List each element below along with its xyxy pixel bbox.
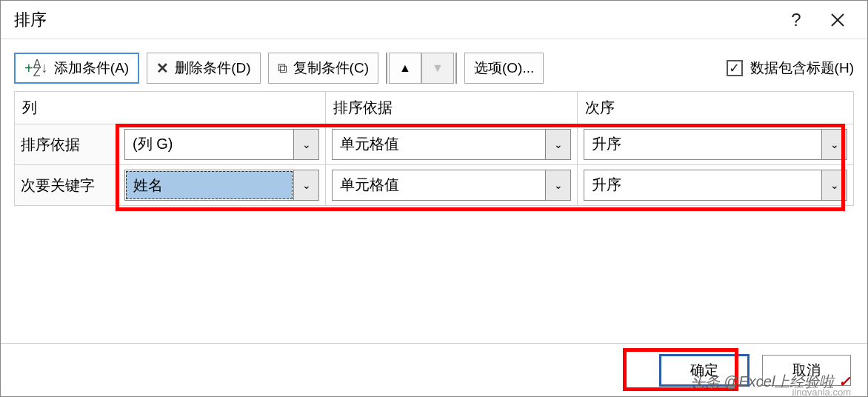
column-value: (列 G)	[125, 130, 293, 159]
footer: 确定 取消	[1, 343, 867, 396]
column-dropdown[interactable]: (列 G) ⌄	[124, 129, 319, 160]
headers-checkbox-wrap[interactable]: ✓ 数据包含标题(H)	[727, 59, 854, 78]
chevron-down-icon: ⌄	[821, 130, 847, 159]
sort-dialog: 排序 ? +AZ↓ 添加条件(A) ✕ 删除条件(D) ⧉ 复制条件(C) ▲ …	[0, 0, 868, 397]
close-button[interactable]	[817, 1, 858, 39]
help-button[interactable]: ?	[775, 1, 817, 39]
chevron-down-icon: ⌄	[821, 170, 847, 200]
move-down-button[interactable]: ▼	[421, 53, 454, 84]
sort-row: 排序依据 (列 G) ⌄ 单元格值 ⌄	[15, 124, 854, 165]
chevron-down-icon: ⌄	[293, 170, 318, 200]
chevron-down-icon: ⌄	[293, 130, 318, 159]
del-label: 删除条件(D)	[175, 59, 250, 78]
basis-value: 单元格值	[333, 170, 545, 200]
column-value: 姓名	[126, 171, 293, 199]
options-button[interactable]: 选项(O)...	[464, 53, 544, 84]
chevron-down-icon: ⌄	[545, 170, 570, 200]
headers-checkbox-label: 数据包含标题(H)	[750, 59, 854, 78]
chevron-down-icon: ⌄	[545, 130, 570, 159]
move-buttons-group: ▲ ▼	[386, 53, 457, 84]
check-icon: ✓	[729, 61, 740, 75]
down-triangle-icon: ▼	[432, 61, 444, 75]
row-label-secondary: 次要关键字	[15, 165, 118, 206]
ok-label: 确定	[690, 361, 718, 380]
cancel-button[interactable]: 取消	[762, 355, 851, 386]
titlebar: 排序 ?	[1, 1, 867, 39]
header-row: 列 排序依据 次序	[15, 92, 854, 124]
header-order: 次序	[578, 92, 854, 124]
basis-dropdown[interactable]: 单元格值 ⌄	[332, 129, 571, 160]
sort-grid: 列 排序依据 次序 排序依据 (列 G) ⌄ 单	[14, 91, 854, 206]
options-label: 选项(O)...	[474, 59, 534, 78]
add-label: 添加条件(A)	[54, 59, 129, 78]
order-dropdown[interactable]: 升序 ⌄	[584, 129, 847, 160]
basis-value: 单元格值	[333, 130, 545, 159]
header-basis: 排序依据	[326, 92, 578, 124]
up-triangle-icon: ▲	[399, 61, 411, 75]
header-col: 列	[15, 92, 326, 124]
ok-button[interactable]: 确定	[660, 355, 749, 386]
delete-icon: ✕	[156, 59, 169, 77]
move-up-button[interactable]: ▲	[389, 53, 421, 84]
copy-icon: ⧉	[278, 61, 287, 76]
order-value: 升序	[584, 170, 821, 200]
row-label-primary: 排序依据	[15, 124, 118, 165]
copy-condition-button[interactable]: ⧉ 复制条件(C)	[268, 53, 378, 84]
delete-condition-button[interactable]: ✕ 删除条件(D)	[147, 53, 260, 84]
column-dropdown[interactable]: 姓名 ⌄	[124, 170, 319, 201]
dialog-title: 排序	[14, 9, 775, 31]
sort-grid-area: 列 排序依据 次序 排序依据 (列 G) ⌄ 单	[1, 91, 867, 343]
copy-label: 复制条件(C)	[293, 59, 369, 78]
add-condition-button[interactable]: +AZ↓ 添加条件(A)	[14, 53, 139, 84]
cancel-label: 取消	[792, 361, 821, 380]
order-dropdown[interactable]: 升序 ⌄	[584, 170, 847, 201]
order-value: 升序	[584, 130, 821, 159]
sort-row: 次要关键字 姓名 ⌄ 单元格值 ⌄	[15, 165, 854, 206]
toolbar: +AZ↓ 添加条件(A) ✕ 删除条件(D) ⧉ 复制条件(C) ▲ ▼ 选项(…	[1, 39, 867, 91]
add-sort-icon: +AZ↓	[24, 60, 48, 77]
close-icon	[830, 13, 845, 27]
basis-dropdown[interactable]: 单元格值 ⌄	[332, 170, 571, 201]
headers-checkbox[interactable]: ✓	[727, 60, 743, 76]
